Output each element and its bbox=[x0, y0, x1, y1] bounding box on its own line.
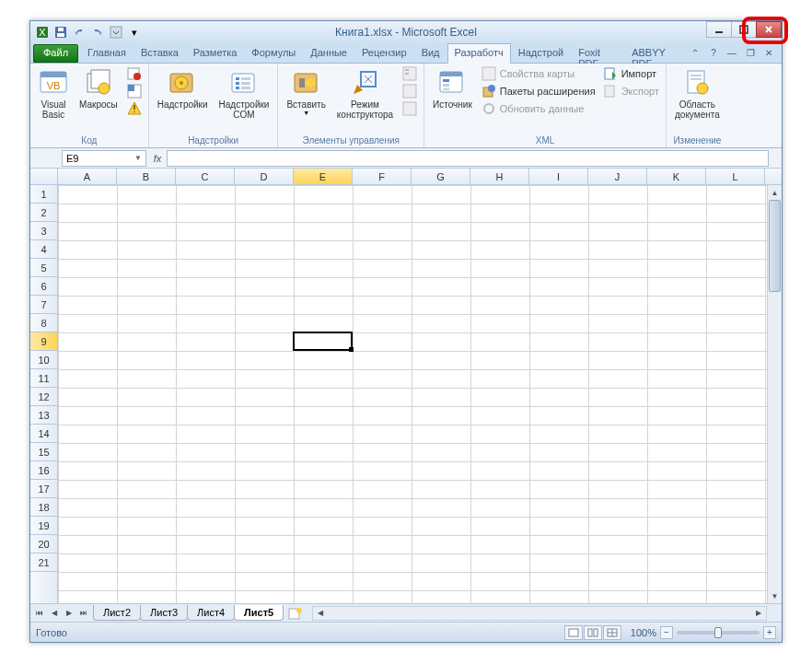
macro-security-button[interactable]: ! bbox=[124, 100, 145, 117]
tab-foxit pdf[interactable]: Foxit PDF bbox=[571, 43, 624, 63]
row-header[interactable]: 12 bbox=[30, 388, 57, 406]
tab-abbyy pdf[interactable]: ABBYY PDF bbox=[624, 43, 688, 63]
qat-more-icon[interactable] bbox=[108, 24, 124, 41]
properties-button[interactable] bbox=[400, 65, 420, 82]
row-header[interactable]: 11 bbox=[30, 369, 57, 388]
row-header[interactable]: 15 bbox=[30, 443, 57, 461]
row-header[interactable]: 9 bbox=[30, 332, 57, 351]
row-header[interactable]: 14 bbox=[30, 425, 57, 443]
document-panel-button[interactable]: Область документа bbox=[670, 65, 725, 122]
insert-control-button[interactable]: Вставить ▼ bbox=[282, 65, 330, 119]
column-header[interactable]: G bbox=[412, 169, 470, 184]
row-header[interactable]: 20 bbox=[30, 535, 57, 553]
tab-file[interactable]: Файл bbox=[33, 44, 78, 63]
minimize-button[interactable] bbox=[706, 21, 732, 38]
sheet-next-icon[interactable]: ▶ bbox=[62, 606, 76, 621]
relative-refs-button[interactable] bbox=[124, 83, 145, 99]
row-header[interactable]: 8 bbox=[30, 314, 57, 332]
row-header[interactable]: 10 bbox=[30, 351, 57, 369]
workbook-restore-icon[interactable]: ❐ bbox=[743, 46, 758, 61]
row-header[interactable]: 5 bbox=[30, 259, 57, 277]
excel-icon[interactable]: X bbox=[34, 24, 51, 41]
normal-view-button[interactable] bbox=[564, 625, 583, 640]
column-header[interactable]: C bbox=[176, 169, 235, 184]
refresh-data-button[interactable]: Обновить данные bbox=[479, 100, 598, 117]
row-header[interactable]: 2 bbox=[30, 204, 57, 222]
row-header[interactable]: 4 bbox=[30, 240, 57, 259]
row-header[interactable]: 21 bbox=[30, 553, 57, 572]
com-addins-button[interactable]: Надстройки COM bbox=[215, 65, 274, 122]
run-dialog-button[interactable] bbox=[400, 100, 420, 117]
row-header[interactable]: 19 bbox=[30, 517, 57, 535]
column-header[interactable]: K bbox=[647, 169, 706, 184]
row-header[interactable]: 18 bbox=[30, 498, 57, 517]
design-mode-button[interactable]: Режим конструктора bbox=[332, 65, 398, 122]
column-header[interactable]: J bbox=[588, 169, 647, 184]
record-macro-button[interactable] bbox=[124, 65, 145, 82]
vscroll-thumb[interactable] bbox=[769, 200, 781, 292]
help-icon[interactable]: ? bbox=[706, 46, 721, 61]
column-header[interactable]: B bbox=[117, 169, 176, 184]
vertical-scrollbar[interactable]: ▲ ▼ bbox=[767, 185, 782, 603]
tab-данные[interactable]: Данные bbox=[303, 43, 354, 63]
row-header[interactable]: 1 bbox=[30, 185, 57, 204]
scroll-left-icon[interactable]: ◀ bbox=[313, 607, 328, 620]
tab-разработч[interactable]: Разработч bbox=[447, 43, 511, 64]
zoom-out-button[interactable]: − bbox=[660, 626, 673, 639]
undo-icon[interactable] bbox=[71, 24, 87, 41]
source-button[interactable]: Источник bbox=[428, 65, 477, 112]
horizontal-scrollbar[interactable]: ◀ ▶ bbox=[312, 606, 767, 621]
export-button[interactable]: Экспорт bbox=[600, 83, 662, 99]
expansion-packs-button[interactable]: Пакеты расширения bbox=[479, 83, 598, 99]
tab-надстрой[interactable]: Надстрой bbox=[511, 43, 571, 63]
page-layout-view-button[interactable] bbox=[584, 625, 602, 640]
workbook-minimize-icon[interactable]: — bbox=[725, 46, 739, 61]
formula-input[interactable] bbox=[167, 150, 769, 167]
tab-рецензир[interactable]: Рецензир bbox=[354, 43, 414, 63]
redo-icon[interactable] bbox=[89, 24, 106, 41]
sheet-first-icon[interactable]: ⏮ bbox=[32, 606, 47, 621]
sheet-tab[interactable]: Лист5 bbox=[234, 605, 284, 621]
zoom-slider[interactable] bbox=[677, 631, 760, 635]
column-header[interactable]: L bbox=[706, 169, 765, 184]
save-icon[interactable] bbox=[52, 24, 69, 41]
cells-area[interactable] bbox=[58, 185, 782, 603]
column-header[interactable]: I bbox=[529, 169, 588, 184]
tab-вид[interactable]: Вид bbox=[414, 43, 447, 63]
select-all-corner[interactable] bbox=[30, 169, 58, 184]
column-header[interactable]: H bbox=[470, 169, 529, 184]
sheet-last-icon[interactable]: ⏭ bbox=[76, 606, 91, 621]
name-box[interactable]: E9▼ bbox=[62, 150, 146, 167]
sheet-prev-icon[interactable]: ◀ bbox=[47, 606, 62, 621]
macros-button[interactable]: Макросы bbox=[75, 65, 122, 112]
row-header[interactable]: 13 bbox=[30, 406, 57, 425]
sheet-tab[interactable]: Лист2 bbox=[93, 605, 141, 621]
row-header[interactable]: 7 bbox=[30, 296, 57, 314]
new-sheet-button[interactable] bbox=[286, 606, 305, 621]
scroll-right-icon[interactable]: ▶ bbox=[751, 607, 766, 620]
column-header[interactable]: F bbox=[353, 169, 412, 184]
visual-basic-button[interactable]: VB Visual Basic bbox=[34, 65, 73, 122]
row-header[interactable]: 6 bbox=[30, 277, 57, 296]
zoom-knob[interactable] bbox=[714, 627, 722, 638]
row-header[interactable]: 3 bbox=[30, 222, 57, 240]
ribbon-minimize-icon[interactable]: ⌃ bbox=[688, 46, 702, 61]
import-button[interactable]: Импорт bbox=[600, 65, 662, 82]
sheet-tab[interactable]: Лист3 bbox=[140, 605, 188, 621]
tab-формулы[interactable]: Формулы bbox=[244, 43, 303, 63]
active-cell[interactable] bbox=[293, 332, 353, 351]
row-header[interactable]: 16 bbox=[30, 461, 57, 480]
page-break-view-button[interactable] bbox=[603, 625, 621, 640]
scroll-down-icon[interactable]: ▼ bbox=[768, 588, 782, 603]
zoom-in-button[interactable]: + bbox=[763, 626, 776, 639]
name-box-dropdown-icon[interactable]: ▼ bbox=[134, 154, 142, 162]
qat-dropdown-icon[interactable]: ▾ bbox=[126, 24, 143, 41]
tab-главная[interactable]: Главная bbox=[80, 43, 133, 63]
map-props-button[interactable]: Свойства карты bbox=[479, 65, 598, 82]
row-header[interactable]: 17 bbox=[30, 480, 57, 498]
zoom-level[interactable]: 100% bbox=[631, 627, 656, 638]
column-header[interactable]: E bbox=[294, 169, 353, 184]
scroll-up-icon[interactable]: ▲ bbox=[768, 185, 782, 200]
view-code-button[interactable] bbox=[400, 83, 420, 99]
addins-button[interactable]: Надстройки bbox=[153, 65, 213, 112]
